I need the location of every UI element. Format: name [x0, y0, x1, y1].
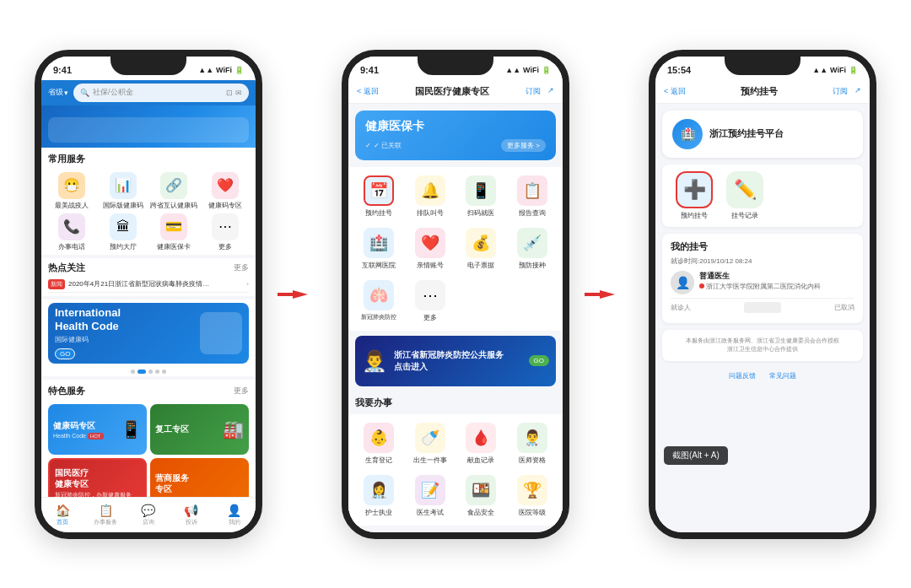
patient-row: 就诊人 已取消 — [671, 298, 854, 316]
p2-banner-text: 浙江省新冠肺炎防控公共服务点击进入 — [394, 349, 522, 373]
phone3-content: 🏥 浙江预约挂号平台 ➕ 预约挂号 ✏️ 挂号记录 — [655, 104, 870, 532]
health-card-title: 健康医保卡 — [365, 119, 546, 134]
p2-item-queue[interactable]: 🔔 排队叫号 — [407, 172, 455, 221]
p2-item-report[interactable]: 📋 报告查询 — [509, 172, 557, 221]
p2-item-family[interactable]: ❤️ 亲情账号 — [407, 224, 455, 273]
screenshot-tooltip: 截图(Alt + A) — [664, 446, 728, 465]
service-icon-1: 📊 — [110, 172, 137, 199]
phone2-main-grid: 📅 预约挂号 🔔 排队叫号 📱 扫码就医 📋 报告查询 🏥 — [348, 167, 563, 331]
quick-appointment-icon: ➕ — [676, 171, 713, 208]
health-code-icon: 📱 — [121, 419, 142, 440]
phone1-bottom-nav: 🏠 首页 📋 办事服务 💬 店询 📢 投诉 👤 我的 — [41, 497, 256, 532]
p2-item-ticket[interactable]: 💰 电子票据 — [457, 224, 505, 273]
service-item-2[interactable]: 🔗 跨省互认健康码 — [150, 172, 198, 210]
birth-reg-icon: 👶 — [364, 423, 394, 453]
phone2-todo-title: 我要办事 — [348, 391, 563, 411]
service-item-4[interactable]: 📞 办事电话 — [48, 213, 96, 251]
todo-item-blood[interactable]: 🩸 献血记录 — [457, 419, 505, 468]
platform-logo: 🏥 — [672, 119, 703, 149]
phone3-footer: 问题反馈 常见问题 — [655, 368, 870, 384]
service-item-5[interactable]: 🏛 预约大厅 — [100, 213, 148, 251]
feature-card-business[interactable]: 营商服务专区 — [150, 458, 249, 497]
phone1-province[interactable]: 省级 ▾ — [48, 87, 68, 98]
service-label-3: 健康码专区 — [208, 201, 242, 210]
phone2-share[interactable]: ↗ — [547, 86, 554, 97]
feature-card-return-work[interactable]: 复工专区 🏭 — [150, 404, 249, 455]
phone2-content: 健康医保卡 ✓ ✓ 已关联 更多服务 > 📅 预约挂号 🔔 — [348, 104, 563, 532]
service-item-1[interactable]: 📊 国际版健康码 — [100, 172, 148, 210]
linked-status: ✓ ✓ 已关联 — [365, 141, 402, 150]
nav-complaint[interactable]: 📢 投诉 — [170, 498, 213, 532]
arrow2-line — [585, 293, 601, 296]
quick-record-icon: ✏️ — [726, 171, 763, 208]
p2-item-internet-hospital[interactable]: 🏥 互联网医院 — [355, 224, 403, 273]
faq-link[interactable]: 常见问题 — [769, 371, 796, 380]
phone2-banner[interactable]: 👨‍⚕️ 浙江省新冠肺炎防控公共服务点击进入 GO — [355, 336, 556, 386]
feature-card-medical[interactable]: 国民医疗健康专区 新冠肺炎防控，办新健康服务 — [48, 458, 147, 497]
phone3-header: < 返回 预约挂号 订阅 ↗ — [655, 80, 870, 104]
nav-home[interactable]: 🏠 首页 — [41, 498, 84, 532]
service-item-6[interactable]: 💳 健康医保卡 — [150, 213, 198, 251]
todo-item-birth[interactable]: 🍼 出生一件事 — [407, 419, 455, 468]
p2-banner-go[interactable]: GO — [529, 355, 549, 366]
phone1-search-bar[interactable]: 🔍 社保/公积金 ⊡ ✉ — [73, 84, 249, 102]
patient-name — [744, 302, 781, 313]
health-card-linked: ✓ ✓ 已关联 更多服务 > — [365, 139, 546, 152]
p2-item-scan[interactable]: 📱 扫码就医 — [457, 172, 505, 221]
service-label-0: 最美战疫人 — [55, 201, 89, 210]
phone-2: 9:41 ▲▲ WiFi 🔋 < 返回 国民医疗健康专区 订阅 ↗ 健康医保卡 … — [342, 50, 569, 539]
service-item-0[interactable]: 😷 最美战疫人 — [48, 172, 96, 210]
service-label-2: 跨省互认健康码 — [150, 201, 197, 210]
hot-badge: 新闻 — [48, 279, 65, 289]
todo-item-doctor-qual[interactable]: 👨‍⚕️ 医师资格 — [509, 419, 557, 468]
service-icon-0: 😷 — [58, 172, 85, 199]
phone1-banner-slide[interactable]: InternationalHealth Code 国际健康码 GO — [48, 303, 249, 364]
todo-item-food[interactable]: 🍱 食品安全 — [457, 472, 505, 521]
todo-item-hospital-grade[interactable]: 🏆 医院等级 — [509, 472, 557, 521]
phone3-subscribe[interactable]: 订阅 — [833, 86, 848, 97]
todo-item-nurse[interactable]: 👩‍⚕️ 护士执业 — [355, 472, 403, 521]
consult-icon: 💬 — [141, 504, 155, 517]
service-icon-7: ⋯ — [212, 213, 239, 240]
more-services-button[interactable]: 更多服务 > — [501, 139, 546, 152]
platform-name: 浙江预约挂号平台 — [709, 127, 784, 140]
p2-item-vaccine[interactable]: 💉 预防接种 — [509, 224, 557, 273]
quick-item-record[interactable]: ✏️ 挂号记录 — [726, 171, 763, 220]
feedback-link[interactable]: 问题反馈 — [729, 371, 756, 380]
phone3-back-button[interactable]: < 返回 — [664, 86, 686, 97]
nav-services[interactable]: 📋 办事服务 — [84, 498, 127, 532]
phone1-banner-area — [41, 105, 256, 148]
phone2-subscribe[interactable]: 订阅 — [526, 86, 541, 97]
p2-item-covid[interactable]: 🫁 新冠肺炎防控 — [355, 277, 403, 326]
doctor-name: 普通医生 — [699, 271, 854, 282]
banner-dots — [41, 367, 256, 376]
service-label-6: 健康医保卡 — [157, 242, 191, 251]
notice-text: 本服务由浙江政务服务网、浙江省卫生健康委员会合作授权浙江卫生信息中心合作提供 — [671, 337, 854, 354]
feature-section-title: 特色服务 更多 — [41, 380, 256, 401]
todo-item-birth-reg[interactable]: 👶 生育登记 — [355, 419, 403, 468]
doctor-qual-icon: 👨‍⚕️ — [517, 423, 547, 453]
banner-title-en: InternationalHealth Code — [55, 306, 193, 332]
phone3-status-icons: ▲▲ WiFi 🔋 — [812, 66, 858, 74]
hot-section-title: 热点关注 更多 — [48, 262, 249, 277]
health-card[interactable]: 健康医保卡 ✓ ✓ 已关联 更多服务 > — [355, 111, 556, 160]
service-item-7[interactable]: ⋯ 更多 — [202, 213, 250, 251]
phone1-content: 常用服务 😷 最美战疫人 📊 国际版健康码 🔗 跨省互认健康码 ❤️ 健康码专区 — [41, 105, 256, 497]
p2-item-more[interactable]: ⋯ 更多 — [407, 277, 455, 326]
phone2-time: 9:41 — [360, 65, 379, 75]
todo-item-exam[interactable]: 📝 医生考试 — [407, 472, 455, 521]
hot-item[interactable]: 新闻 2020年4月21日浙江省新型冠状病毒肺炎疫情… › — [48, 277, 249, 293]
banner-go-button[interactable]: GO — [55, 348, 75, 359]
quick-item-appointment[interactable]: ➕ 预约挂号 — [676, 171, 713, 220]
banner-figure-icon: 👨‍⚕️ — [362, 349, 387, 373]
nav-my[interactable]: 👤 我的 — [213, 498, 256, 532]
arrow1-head — [293, 290, 326, 299]
feature-card-health-code[interactable]: 健康码专区 Health Code HOT 📱 — [48, 404, 147, 455]
scene: 9:41 ▲▲ WiFi 🔋 省级 ▾ 🔍 社保/公积金 ⊡ ✉ — [0, 0, 911, 588]
nav-consult[interactable]: 💬 店询 — [127, 498, 170, 532]
arrow-1 — [278, 290, 326, 299]
phone3-share[interactable]: ↗ — [854, 86, 861, 97]
phone2-back-button[interactable]: < 返回 — [357, 86, 379, 97]
service-item-3[interactable]: ❤️ 健康码专区 — [202, 172, 250, 210]
p2-item-appointment[interactable]: 📅 预约挂号 — [355, 172, 403, 221]
